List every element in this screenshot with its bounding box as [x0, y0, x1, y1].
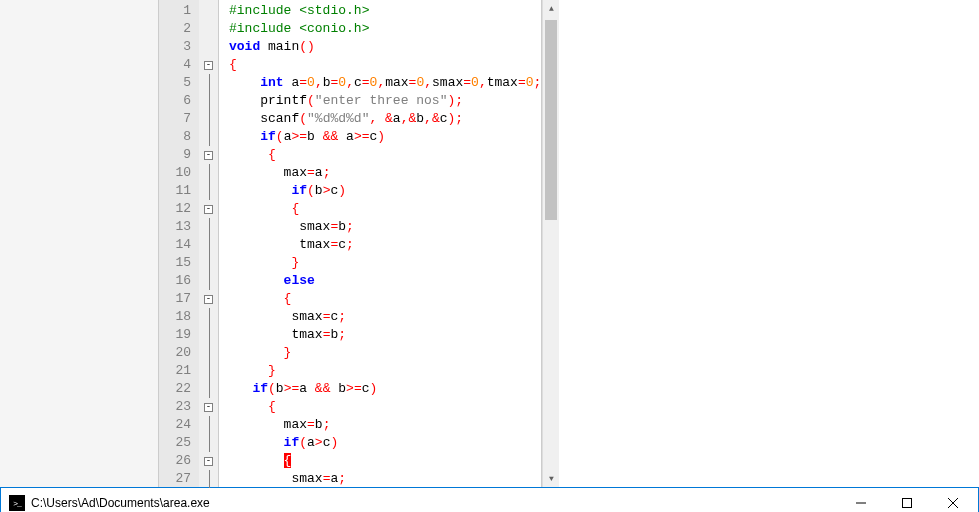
code-line[interactable]: tmax=c;: [229, 236, 541, 254]
code-line[interactable]: smax=a;: [229, 470, 541, 487]
fold-cell: [199, 254, 218, 272]
fold-cell[interactable]: -: [199, 146, 218, 164]
fold-cell: [199, 380, 218, 398]
fold-cell: [199, 2, 218, 20]
code-editor[interactable]: 1234567891011121314151617181920212223242…: [159, 0, 542, 487]
fold-toggle-icon[interactable]: -: [204, 61, 213, 70]
line-number: 4: [165, 56, 191, 74]
scroll-up-arrow[interactable]: ▲: [543, 0, 559, 17]
line-number: 1: [165, 2, 191, 20]
code-line[interactable]: if(a>c): [229, 434, 541, 452]
code-line[interactable]: void main(): [229, 38, 541, 56]
code-line[interactable]: if(b>c): [229, 182, 541, 200]
fold-cell: [199, 272, 218, 290]
fold-cell: [199, 308, 218, 326]
code-line[interactable]: #include <conio.h>: [229, 20, 541, 38]
line-number-gutter: 1234567891011121314151617181920212223242…: [159, 0, 199, 487]
left-margin: [0, 0, 159, 487]
code-line[interactable]: {: [229, 146, 541, 164]
code-line[interactable]: printf("enter three nos");: [229, 92, 541, 110]
console-titlebar[interactable]: C:\Users\Ad\Documents\area.exe: [1, 488, 978, 512]
maximize-button[interactable]: [884, 488, 930, 512]
fold-cell: [199, 434, 218, 452]
vertical-scrollbar[interactable]: ▲ ▼: [542, 0, 559, 487]
fold-cell: [199, 20, 218, 38]
console-title: C:\Users\Ad\Documents\area.exe: [31, 496, 838, 510]
line-number: 19: [165, 326, 191, 344]
code-line[interactable]: }: [229, 344, 541, 362]
svg-rect-1: [903, 499, 912, 508]
scroll-thumb[interactable]: [545, 20, 557, 220]
line-number: 21: [165, 362, 191, 380]
line-number: 9: [165, 146, 191, 164]
fold-cell: [199, 38, 218, 56]
code-line[interactable]: }: [229, 362, 541, 380]
code-line[interactable]: }: [229, 254, 541, 272]
fold-cell: [199, 128, 218, 146]
fold-cell: [199, 110, 218, 128]
fold-cell: [199, 362, 218, 380]
code-line[interactable]: scanf("%d%d%d", &a,&b,&c);: [229, 110, 541, 128]
fold-cell: [199, 470, 218, 488]
line-number: 13: [165, 218, 191, 236]
code-line[interactable]: int a=0,b=0,c=0,max=0,smax=0,tmax=0;: [229, 74, 541, 92]
fold-cell: [199, 218, 218, 236]
fold-toggle-icon[interactable]: -: [204, 457, 213, 466]
line-number: 14: [165, 236, 191, 254]
fold-cell: [199, 182, 218, 200]
code-line[interactable]: {: [229, 452, 541, 470]
close-button[interactable]: [930, 488, 976, 512]
code-line[interactable]: tmax=b;: [229, 326, 541, 344]
line-number: 20: [165, 344, 191, 362]
line-number: 7: [165, 110, 191, 128]
fold-toggle-icon[interactable]: -: [204, 295, 213, 304]
code-line[interactable]: max=b;: [229, 416, 541, 434]
fold-cell: [199, 344, 218, 362]
code-line[interactable]: {: [229, 56, 541, 74]
line-number: 6: [165, 92, 191, 110]
fold-cell[interactable]: -: [199, 290, 218, 308]
code-line[interactable]: {: [229, 200, 541, 218]
code-line[interactable]: smax=c;: [229, 308, 541, 326]
fold-cell[interactable]: -: [199, 56, 218, 74]
scroll-down-arrow[interactable]: ▼: [543, 470, 559, 487]
terminal-icon: [9, 495, 25, 511]
line-number: 25: [165, 434, 191, 452]
fold-cell: [199, 416, 218, 434]
fold-cell: [199, 74, 218, 92]
fold-cell[interactable]: -: [199, 398, 218, 416]
fold-toggle-icon[interactable]: -: [204, 403, 213, 412]
fold-cell: [199, 164, 218, 182]
line-number: 24: [165, 416, 191, 434]
console-window: C:\Users\Ad\Documents\area.exe enter thr…: [0, 487, 979, 512]
line-number: 10: [165, 164, 191, 182]
line-number: 22: [165, 380, 191, 398]
fold-column[interactable]: ------: [199, 0, 219, 487]
code-line[interactable]: #include <stdio.h>: [229, 2, 541, 20]
fold-cell[interactable]: -: [199, 452, 218, 470]
fold-cell: [199, 326, 218, 344]
code-area[interactable]: #include <stdio.h>#include <conio.h>void…: [219, 0, 541, 487]
line-number: 5: [165, 74, 191, 92]
code-line[interactable]: else: [229, 272, 541, 290]
code-line[interactable]: {: [229, 398, 541, 416]
fold-toggle-icon[interactable]: -: [204, 205, 213, 214]
line-number: 16: [165, 272, 191, 290]
editor-pane: 1234567891011121314151617181920212223242…: [0, 0, 979, 487]
fold-cell: [199, 92, 218, 110]
code-line[interactable]: {: [229, 290, 541, 308]
code-line[interactable]: max=a;: [229, 164, 541, 182]
code-line[interactable]: smax=b;: [229, 218, 541, 236]
minimize-button[interactable]: [838, 488, 884, 512]
line-number: 27: [165, 470, 191, 488]
fold-toggle-icon[interactable]: -: [204, 151, 213, 160]
fold-cell[interactable]: -: [199, 200, 218, 218]
line-number: 11: [165, 182, 191, 200]
code-line[interactable]: if(b>=a && b>=c): [229, 380, 541, 398]
line-number: 23: [165, 398, 191, 416]
code-line[interactable]: if(a>=b && a>=c): [229, 128, 541, 146]
line-number: 2: [165, 20, 191, 38]
line-number: 8: [165, 128, 191, 146]
line-number: 18: [165, 308, 191, 326]
line-number: 15: [165, 254, 191, 272]
